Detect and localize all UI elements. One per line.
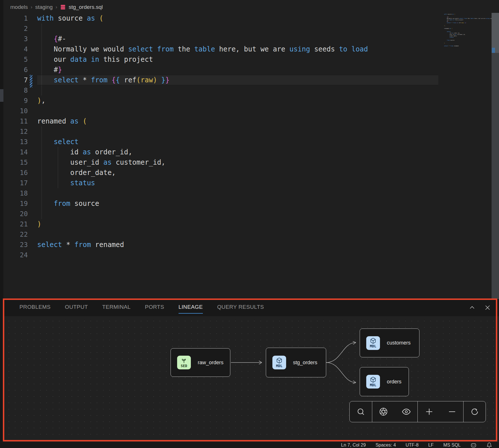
panel-tab-output[interactable]: OUTPUT [65, 304, 88, 311]
code-text: ), [37, 95, 45, 106]
code-text: select * from {{ ref(raw) }} [37, 75, 169, 85]
code-line-12[interactable]: 12 [3, 126, 441, 137]
code-text: status [37, 178, 95, 188]
line-number: 16 [3, 168, 37, 178]
eye-button[interactable] [401, 406, 412, 417]
search-icon [357, 407, 365, 416]
line-number: 2 [3, 23, 37, 34]
model-badge: MDL [366, 336, 380, 350]
minimap[interactable]: with source as ( {#- Normally we would s… [444, 13, 492, 51]
panel-tab-query-results[interactable]: QUERY RESULTS [217, 304, 264, 311]
status-ms[interactable]: MS SQL [443, 443, 461, 448]
code-line-22[interactable]: 22 [3, 229, 441, 240]
code-line-16[interactable]: 16 order_date, [3, 168, 441, 178]
code-line-14[interactable]: 14 id as order_id, [3, 147, 441, 157]
status-ln[interactable]: Ln 7, Col 29 [341, 443, 366, 448]
zoom-out-icon [448, 407, 456, 416]
line-number: 5 [3, 54, 37, 65]
lineage-canvas[interactable]: SEDraw_ordersMDLstg_ordersMDLcustomersMD… [3, 316, 499, 442]
activity-strip [0, 0, 3, 448]
line-number: 18 [3, 188, 37, 198]
line-number: 12 [3, 126, 37, 137]
code-text: #} [37, 65, 62, 75]
badge-label: MDL [370, 344, 377, 348]
code-text: our data in this project [37, 54, 153, 65]
bell-icon[interactable] [486, 442, 492, 448]
scrollbar-track[interactable] [492, 13, 499, 299]
code-line-24[interactable]: 24 [3, 250, 441, 260]
code-line-18[interactable]: 18 [3, 188, 441, 198]
badge-label: MDL [370, 383, 377, 387]
code-line-6[interactable]: 6 #} [3, 65, 441, 75]
line-number: 22 [3, 229, 37, 240]
aperture-button[interactable] [378, 406, 389, 417]
seed-badge: SED [177, 356, 191, 369]
panel-tab-lineage[interactable]: LINEAGE [179, 304, 203, 311]
panel-tab-bar: PROBLEMSOUTPUTTERMINALPORTSLINEAGEQUERY … [3, 299, 499, 316]
code-line-7[interactable]: 7 select * from {{ ref(raw) }} [3, 75, 441, 85]
status-lf[interactable]: LF [428, 443, 434, 448]
status-utf-8[interactable]: UTF-8 [406, 443, 419, 448]
code-text: ) [37, 219, 41, 229]
scrollbar-slider[interactable] [492, 13, 499, 53]
lineage-node-customers[interactable]: MDLcustomers [360, 328, 419, 357]
node-label: orders [387, 379, 401, 385]
line-number: 17 [3, 178, 37, 188]
zoom-out-button[interactable] [446, 406, 458, 417]
code-line-13[interactable]: 13 select [3, 137, 441, 147]
code-text: from source [37, 198, 99, 209]
panel-tab-ports[interactable]: PORTS [145, 304, 164, 311]
code-line-1[interactable]: 1with source as ( [3, 13, 441, 23]
breadcrumb-file[interactable]: stg_orders.sql [69, 4, 103, 10]
code-line-10[interactable]: 10 [3, 106, 441, 116]
breadcrumb-item-staging[interactable]: staging [35, 4, 53, 10]
toolbar-segment [464, 401, 486, 422]
code-line-4[interactable]: 4 Normally we would select from the tabl… [3, 44, 441, 54]
code-line-9[interactable]: 9), [3, 95, 441, 106]
code-line-17[interactable]: 17 status [3, 178, 441, 188]
database-file-icon [60, 4, 66, 10]
code-text: order_date, [37, 168, 116, 178]
code-line-21[interactable]: 21) [3, 219, 441, 229]
line-number: 10 [3, 106, 37, 116]
line-number: 19 [3, 198, 37, 209]
panel-maximize-button[interactable] [468, 304, 476, 312]
zoom-in-icon [425, 407, 433, 416]
line-number: 9 [3, 95, 37, 106]
status-spaces[interactable]: Spaces: 4 [375, 443, 396, 448]
code-line-11[interactable]: 11renamed as ( [3, 116, 441, 126]
zoom-in-button[interactable] [423, 406, 435, 417]
breadcrumb-item-models[interactable]: models [10, 4, 28, 10]
line-number: 20 [3, 209, 37, 219]
toolbar-segment [350, 401, 372, 422]
copilot-icon[interactable] [470, 442, 477, 448]
node-label: customers [387, 340, 411, 346]
code-line-5[interactable]: 5 our data in this project [3, 54, 441, 65]
cube-icon [370, 338, 376, 344]
code-line-3[interactable]: 3 {#- [3, 34, 441, 44]
lineage-node-stg_orders[interactable]: MDLstg_orders [266, 348, 326, 377]
lineage-node-raw_orders[interactable]: SEDraw_orders [171, 348, 230, 377]
code-line-8[interactable]: 8 [3, 85, 441, 95]
code-line-15[interactable]: 15 user_id as customer_id, [3, 157, 441, 168]
lineage-node-orders[interactable]: MDLorders [360, 367, 409, 396]
status-bar: Ln 7, Col 29Spaces: 4UTF-8LFMS SQL [0, 442, 499, 448]
node-label: raw_orders [198, 360, 223, 366]
code-line-23[interactable]: 23select * from renamed [3, 240, 441, 250]
search-button[interactable] [355, 406, 367, 417]
code-editor[interactable]: 1with source as (23 {#-4 Normally we wou… [3, 13, 441, 260]
panel-tab-problems[interactable]: PROBLEMS [19, 304, 51, 311]
refresh-icon [470, 407, 479, 416]
bottom-panel: PROBLEMSOUTPUTTERMINALPORTSLINEAGEQUERY … [3, 299, 499, 442]
code-line-2[interactable]: 2 [3, 23, 441, 34]
toolbar-segment [372, 401, 418, 422]
panel-tab-terminal[interactable]: TERMINAL [102, 304, 130, 311]
panel-close-button[interactable] [484, 304, 492, 312]
line-number: 4 [3, 44, 37, 54]
code-line-20[interactable]: 20 [3, 209, 441, 219]
code-line-19[interactable]: 19 from source [3, 198, 441, 209]
refresh-button[interactable] [469, 406, 480, 417]
minimap-line [444, 47, 492, 48]
eye-icon [402, 407, 411, 416]
panel-actions [468, 299, 492, 316]
